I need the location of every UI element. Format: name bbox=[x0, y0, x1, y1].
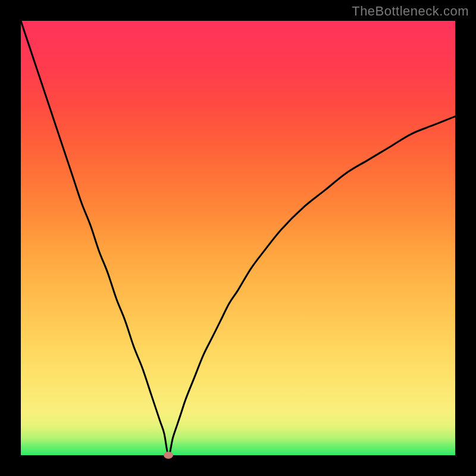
chart-frame: TheBottleneck.com bbox=[0, 0, 476, 476]
minimum-marker bbox=[164, 452, 173, 459]
bottleneck-curve bbox=[21, 21, 455, 455]
plot-area bbox=[21, 21, 455, 455]
watermark-text: TheBottleneck.com bbox=[352, 4, 469, 19]
